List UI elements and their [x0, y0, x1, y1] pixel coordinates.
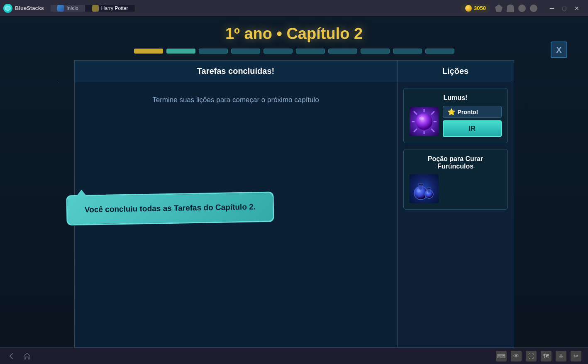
svg-point-15: [417, 188, 420, 193]
star-icon: ⭐: [447, 108, 456, 116]
lesson-potion-title: Poção para Curar Furúnculos: [410, 155, 502, 170]
progress-segment-7: [328, 49, 357, 54]
game-area: 1º ano • Capítulo 2 X Tarefas concluídas…: [0, 17, 588, 347]
map-icon[interactable]: 🗺: [541, 351, 551, 362]
game-tab-icon: [92, 5, 99, 12]
svg-point-10: [416, 113, 432, 130]
cursor-icon[interactable]: ✛: [556, 351, 566, 362]
lesson-card-lumos: Lumus!: [403, 88, 508, 143]
coins-value: 3050: [474, 5, 486, 11]
progress-segment-9: [393, 49, 422, 54]
progress-segment-8: [361, 49, 390, 54]
pin-icon[interactable]: [495, 5, 503, 12]
pronto-badge: ⭐ Pronto!: [443, 106, 502, 118]
progress-segment-5: [264, 49, 293, 54]
coin-icon: [465, 5, 472, 12]
speech-bubble-text: Você concluiu todas as Tarefas do Capítu…: [80, 201, 260, 215]
lesson-lumos-title: Lumus!: [410, 94, 502, 102]
progress-segment-6: [296, 49, 325, 54]
back-icon[interactable]: [7, 352, 16, 361]
progress-segment-1: [134, 49, 163, 54]
lesson-potion-content: [410, 174, 502, 203]
progress-segment-4: [231, 49, 260, 54]
svg-point-19: [426, 191, 428, 194]
fullscreen-icon[interactable]: ⛶: [526, 351, 537, 362]
camera-icon[interactable]: 👁: [511, 351, 522, 362]
left-panel-header: Tarefas concluídas!: [75, 61, 397, 82]
chapter-title: 1º ano • Capítulo 2: [225, 25, 363, 43]
close-button[interactable]: ✕: [571, 2, 583, 15]
home-taskbar-icon[interactable]: [22, 352, 32, 361]
left-panel: Tarefas concluídas! Termine suas lições …: [75, 61, 398, 347]
tab-bar: Início Harry Potter: [51, 5, 135, 12]
tab-home-label: Início: [66, 5, 78, 11]
maximize-button[interactable]: □: [558, 2, 571, 15]
system-icons: [495, 5, 537, 12]
tasks-completed-title: Tarefas concluídas!: [197, 66, 274, 76]
progress-segment-3: [199, 49, 228, 54]
lumos-icon: [410, 107, 439, 136]
lessons-title: Lições: [442, 66, 468, 76]
main-panel: Tarefas concluídas! Termine suas lições …: [74, 60, 514, 347]
tab-game-label: Harry Potter: [101, 5, 128, 11]
svg-point-11: [419, 117, 424, 120]
window-controls: ─ □ ✕: [546, 2, 583, 15]
taskbar: ⌨ 👁 ⛶ 🗺 ✛ ✂: [0, 347, 588, 364]
left-panel-subtitle: Termine suas lições para começar o próxi…: [152, 95, 319, 105]
titlebar-left: BlueStacks Início Harry Potter: [0, 4, 135, 13]
taskbar-left: [7, 352, 32, 361]
svg-rect-18: [427, 188, 431, 189]
notification-icon[interactable]: [507, 5, 514, 12]
tool-icon[interactable]: ✂: [571, 351, 581, 362]
svg-line-3: [432, 112, 434, 114]
bluestacks-logo-icon: [3, 4, 12, 13]
svg-line-5: [432, 129, 434, 132]
potion-icon: [410, 174, 439, 203]
tab-game[interactable]: Harry Potter: [85, 5, 135, 12]
progress-segment-2: [166, 49, 195, 54]
lesson-lumos-badges: ⭐ Pronto! IR: [443, 106, 502, 137]
app-name-label: BlueStacks: [15, 5, 44, 11]
speech-bubble: Você concluiu todas as Tarefas do Capítu…: [66, 192, 274, 225]
pronto-label: Pronto!: [458, 109, 478, 115]
account-icon[interactable]: [518, 5, 526, 12]
taskbar-right: ⌨ 👁 ⛶ 🗺 ✛ ✂: [496, 351, 581, 362]
titlebar: BlueStacks Início Harry Potter 3050 ─ □: [0, 0, 588, 17]
game-close-button[interactable]: X: [551, 42, 567, 58]
right-panel: Lições Lumus!: [398, 61, 514, 347]
home-tab-icon: [57, 5, 64, 12]
lesson-card-potion: Poção para Curar Furúnculos: [403, 149, 508, 210]
coins-display: 3050: [461, 4, 490, 13]
right-panel-header: Lições: [398, 61, 514, 82]
settings-icon[interactable]: [530, 5, 537, 12]
progress-segment-10: [425, 49, 454, 54]
lesson-lumos-content: ⭐ Pronto! IR: [410, 106, 502, 137]
progress-bar-row: [134, 49, 454, 54]
tab-home[interactable]: Início: [51, 5, 85, 12]
svg-line-6: [414, 112, 417, 114]
right-panel-body: Lumus!: [398, 82, 514, 347]
ir-button[interactable]: IR: [443, 120, 502, 137]
minimize-button[interactable]: ─: [546, 2, 558, 15]
svg-rect-14: [418, 183, 423, 186]
titlebar-right: 3050 ─ □ ✕: [461, 2, 588, 15]
keyboard-icon[interactable]: ⌨: [496, 351, 507, 362]
svg-line-8: [414, 129, 417, 132]
